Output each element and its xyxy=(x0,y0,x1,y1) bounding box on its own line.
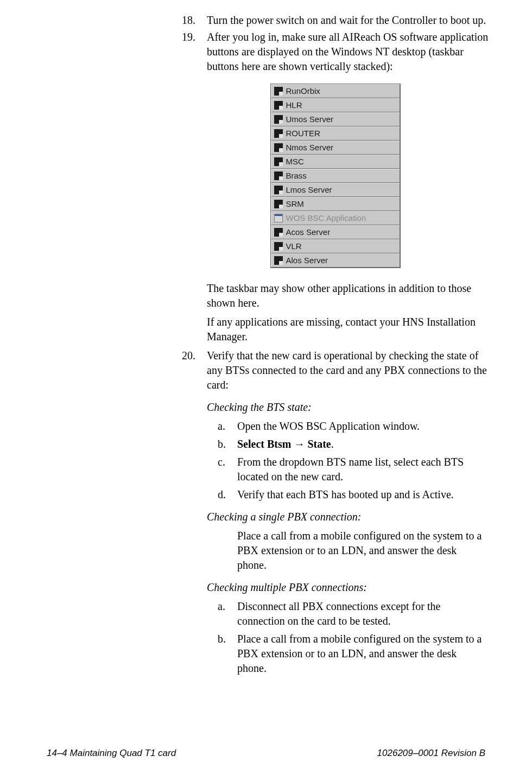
taskbar-button-label: Lmos Server xyxy=(286,185,332,195)
taskbar-button-label: WOS BSC Application xyxy=(286,213,366,224)
step-number: 20. xyxy=(182,348,207,392)
taskbar-button[interactable]: Acos Server xyxy=(271,225,400,239)
substep-letter: a. xyxy=(218,599,237,628)
step-text: Verify that the new card is operational … xyxy=(207,348,489,392)
terminal-icon xyxy=(274,87,283,96)
taskbar-button[interactable]: Alos Server xyxy=(271,253,400,268)
taskbar-button[interactable]: WOS BSC Application xyxy=(271,211,400,225)
substep-text: Select Btsm → State. xyxy=(237,437,489,452)
step-18: 18. Turn the power switch on and wait fo… xyxy=(182,13,489,28)
taskbar-button-label: MSC xyxy=(286,156,304,167)
single-pbx-text: Place a call from a mobile configured on… xyxy=(237,529,489,573)
terminal-icon xyxy=(274,186,283,194)
taskbar-button[interactable]: Lmos Server xyxy=(271,183,400,197)
substep-c: c. From the dropdown BTS name list, sele… xyxy=(218,455,489,484)
step-text: Turn the power switch on and wait for th… xyxy=(207,13,489,28)
terminal-icon xyxy=(274,242,283,251)
taskbar-button-label: Umos Server xyxy=(286,114,334,125)
substep-letter: c. xyxy=(218,455,237,484)
taskbar-button-label: VLR xyxy=(286,241,302,252)
step-number: 18. xyxy=(182,13,207,28)
taskbar-button[interactable]: MSC xyxy=(271,155,400,169)
substep-text: Verify that each BTS has booted up and i… xyxy=(237,487,489,502)
single-pbx-heading: Checking a single PBX connection: xyxy=(207,510,489,524)
taskbar-button-label: HLR xyxy=(286,100,302,111)
substep-d: d. Verify that each BTS has booted up an… xyxy=(218,487,489,502)
footer-right: 1026209–0001 Revision B xyxy=(377,747,485,760)
terminal-icon xyxy=(274,101,283,110)
taskbar-button[interactable]: SRM xyxy=(271,197,400,211)
substep-a: a. Open the WOS BSC Application window. xyxy=(218,419,489,434)
arrow-icon: → xyxy=(294,438,305,450)
terminal-icon xyxy=(274,200,283,208)
taskbar-button[interactable]: Umos Server xyxy=(271,112,400,126)
window-icon xyxy=(274,214,283,223)
taskbar-button[interactable]: Brass xyxy=(271,169,400,183)
menu-path-post: State xyxy=(305,438,331,450)
terminal-icon xyxy=(274,143,283,152)
taskbar-button-label: Alos Server xyxy=(286,255,328,266)
taskbar-button[interactable]: Nmos Server xyxy=(271,141,400,155)
taskbar-button-label: Acos Server xyxy=(286,227,331,238)
taskbar-button-label: SRM xyxy=(286,199,304,209)
menu-path-pre: Select Btsm xyxy=(237,438,294,450)
substep-letter: d. xyxy=(218,487,237,502)
taskbar-button-label: Nmos Server xyxy=(286,142,334,153)
taskbar-button-label: ROUTER xyxy=(286,128,320,139)
footer-left: 14–4 Maintaining Quad T1 card xyxy=(47,747,176,760)
terminal-icon xyxy=(274,228,283,237)
multi-pbx-substeps: a. Disconnect all PBX connections except… xyxy=(218,599,489,676)
step-19-note: The taskbar may show other applications … xyxy=(207,281,489,310)
terminal-icon xyxy=(274,256,283,265)
taskbar-button[interactable]: HLR xyxy=(271,98,400,112)
taskbar-button[interactable]: VLR xyxy=(271,239,400,253)
taskbar-button-label: RunOrbix xyxy=(286,86,320,97)
taskbar-button[interactable]: RunOrbix xyxy=(271,84,400,98)
taskbar-button[interactable]: ROUTER xyxy=(271,126,400,141)
substep-letter: b. xyxy=(218,437,237,452)
substep-text: Place a call from a mobile configured on… xyxy=(237,632,489,676)
substep-b: b. Place a call from a mobile configured… xyxy=(218,632,489,676)
page-content: 18. Turn the power switch on and wait fo… xyxy=(182,13,489,679)
multi-pbx-heading: Checking multiple PBX connections: xyxy=(207,580,489,595)
terminal-icon xyxy=(274,157,283,166)
bts-substeps: a. Open the WOS BSC Application window. … xyxy=(218,419,489,502)
page-footer: 14–4 Maintaining Quad T1 card 1026209–00… xyxy=(47,747,485,760)
taskbar: RunOrbixHLRUmos ServerROUTERNmos ServerM… xyxy=(270,84,401,268)
step-20: 20. Verify that the new card is operatio… xyxy=(182,348,489,392)
step-number: 19. xyxy=(182,30,207,74)
substep-text: From the dropdown BTS name list, select … xyxy=(237,455,489,484)
substep-a: a. Disconnect all PBX connections except… xyxy=(218,599,489,628)
substep-letter: a. xyxy=(218,419,237,434)
terminal-icon xyxy=(274,171,283,180)
bts-heading: Checking the BTS state: xyxy=(207,400,489,415)
terminal-icon xyxy=(274,115,283,124)
substep-text: Disconnect all PBX connections except fo… xyxy=(237,599,489,628)
taskbar-figure: RunOrbixHLRUmos ServerROUTERNmos ServerM… xyxy=(182,84,489,268)
step-19-note: If any applications are missing, contact… xyxy=(207,315,489,344)
step-19: 19. After you log in, make sure all AIRe… xyxy=(182,30,489,74)
taskbar-button-label: Brass xyxy=(286,170,307,181)
substep-b: b. Select Btsm → State. xyxy=(218,437,489,452)
substep-text: Open the WOS BSC Application window. xyxy=(237,419,489,434)
step-text: After you log in, make sure all AIReach … xyxy=(207,30,489,74)
terminal-icon xyxy=(274,129,283,138)
substep-letter: b. xyxy=(218,632,237,676)
period: . xyxy=(331,438,334,450)
